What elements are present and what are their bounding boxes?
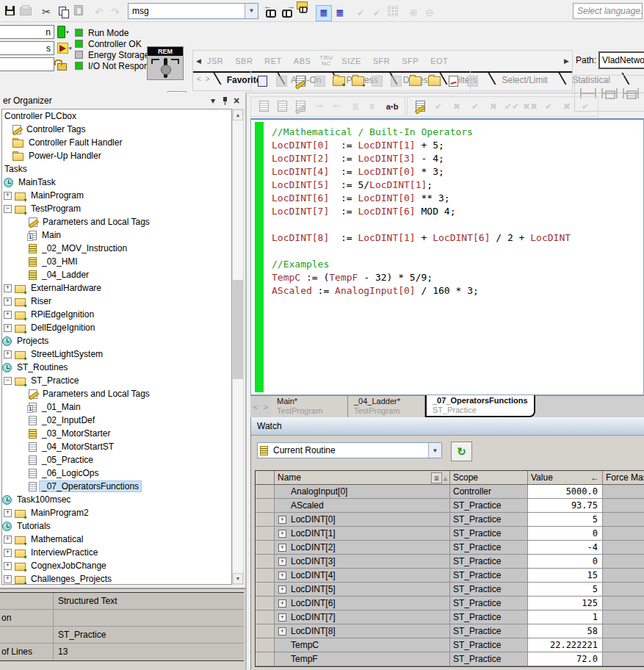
- tree-item-parameters-and-local-tags[interactable]: Parameters and Local Tags: [2, 215, 231, 228]
- search-forward-icon[interactable]: →: [279, 4, 295, 20]
- tag-name-cell[interactable]: +LocDINT[4]: [275, 569, 450, 583]
- tree-item-st-routines[interactable]: ST_Routines: [2, 361, 231, 374]
- tag-name-cell[interactable]: +LocDINT[1]: [275, 527, 450, 541]
- code-line[interactable]: AScaled := AnalogInput[0] / 160 * 3;: [272, 284, 643, 298]
- tree-item-main[interactable]: Main: [2, 228, 231, 242]
- force-mask-cell[interactable]: [603, 541, 644, 555]
- code-line[interactable]: [272, 245, 643, 258]
- mnemonic-ret[interactable]: RET: [264, 57, 282, 65]
- tag-combobox[interactable]: msg ▼: [128, 3, 258, 19]
- force-mask-cell[interactable]: [603, 583, 644, 597]
- tag-name-cell[interactable]: +LocDINT[3]: [275, 555, 450, 569]
- routine-properties-icon[interactable]: [256, 98, 272, 115]
- editor-tab--04-ladder-[interactable]: _04_Ladder*TestProgram: [348, 396, 425, 417]
- finalize-edits-icon[interactable]: ✔: [577, 98, 593, 115]
- tree-item-power-up-handler[interactable]: Power-Up Handler: [2, 149, 231, 162]
- palette-tab-prev-icon[interactable]: <: [195, 73, 203, 83]
- code-area[interactable]: //Mathematical / Built-In OperatorsLocDI…: [272, 126, 643, 298]
- chevron-down-icon[interactable]: ▼: [245, 4, 258, 18]
- print-icon[interactable]: [18, 3, 34, 19]
- tag-name-cell[interactable]: AnalogInput[0]: [275, 485, 450, 499]
- value-cell[interactable]: 72.0: [528, 652, 603, 666]
- tree-item-controller-fault-handler[interactable]: Controller Fault Handler: [2, 136, 231, 149]
- force-mask-cell[interactable]: [603, 555, 644, 569]
- watch-scope-combobox[interactable]: Current Routine ▼: [257, 442, 442, 458]
- code-line[interactable]: [272, 218, 643, 231]
- paste-icon[interactable]: [70, 2, 87, 18]
- tree-item--04-ladder[interactable]: _04_Ladder: [2, 268, 231, 281]
- row-selector[interactable]: [256, 597, 275, 610]
- code-line[interactable]: //Mathematical / Built-In Operators: [272, 126, 643, 139]
- forces-box[interactable]: s: [0, 41, 54, 55]
- controller-mode-box[interactable]: n: [0, 25, 54, 39]
- mnemonic-sbr[interactable]: SBR: [235, 57, 253, 65]
- code-line[interactable]: LocDINT[6] := LocDINT[0] ** 3;: [272, 192, 643, 205]
- row-selector[interactable]: [256, 485, 275, 499]
- organizer-menu-icon[interactable]: ▾: [207, 95, 219, 107]
- code-line[interactable]: TempC := (TempF - 32) * 5/9;: [272, 271, 643, 284]
- code-line[interactable]: LocDINT[0] := LocDINT[1] + 5;: [272, 139, 643, 152]
- force-mask-cell[interactable]: [603, 499, 644, 513]
- pin-icon[interactable]: [219, 95, 231, 107]
- value-cell[interactable]: 58: [528, 624, 603, 638]
- tree-item-testprogram[interactable]: −TestProgram: [2, 202, 231, 215]
- cancel-edits-icon[interactable]: ✖: [485, 98, 502, 115]
- force-mask-cell[interactable]: [603, 513, 644, 527]
- select-language-input[interactable]: Select language...: [573, 3, 643, 19]
- force-mask-cell[interactable]: [603, 638, 644, 652]
- force-mask-cell[interactable]: [603, 527, 644, 541]
- undo-icon[interactable]: ↶: [91, 4, 107, 20]
- value-cell[interactable]: 5000.0: [528, 485, 603, 499]
- expand-icon[interactable]: +: [278, 613, 286, 622]
- tree-item-task100msec[interactable]: Task100msec: [2, 493, 231, 506]
- name-column-header[interactable]: Name ≣▵: [275, 471, 450, 485]
- scope-column-header[interactable]: Scope: [450, 471, 528, 485]
- tag-name-cell[interactable]: +LocDINT[0]: [275, 513, 450, 527]
- tree-item-streetlightsystem[interactable]: +StreetLightSystem: [2, 347, 231, 361]
- tree-item--05-practice[interactable]: _05_Practice: [2, 453, 231, 467]
- expand-icon[interactable]: +: [278, 530, 286, 538]
- tag-name-cell[interactable]: +LocDINT[7]: [275, 610, 450, 624]
- edit-routine-icon[interactable]: [274, 98, 290, 115]
- organizer-scrollbar[interactable]: ▲ ▼: [232, 109, 244, 585]
- expander-icon[interactable]: +: [4, 575, 12, 583]
- close-icon[interactable]: ×: [231, 95, 242, 107]
- search-browse-icon[interactable]: [295, 0, 311, 16]
- tab-scroll-left-icon[interactable]: <: [250, 396, 261, 417]
- value-cell[interactable]: 5: [528, 513, 603, 527]
- force-mask-cell[interactable]: [603, 597, 644, 610]
- tag-name-cell[interactable]: TempF: [275, 652, 450, 666]
- monitor-tags-icon[interactable]: [254, 73, 270, 89]
- row-selector[interactable]: [256, 499, 275, 513]
- expander-icon[interactable]: +: [4, 284, 12, 292]
- tag-name-cell[interactable]: TempC: [275, 638, 450, 652]
- tree-item--02-mov-instruction[interactable]: _02_MOV_Instruction: [2, 242, 231, 255]
- code-line[interactable]: LocDINT[8] := LocDINT[1] + LocDINT[6] / …: [272, 231, 643, 245]
- mnemonic-trunc[interactable]: TRUNC: [319, 55, 333, 67]
- mnemonic-sfp[interactable]: SFP: [402, 57, 419, 65]
- expand-icon[interactable]: +: [278, 516, 286, 524]
- tree-item-tutorials[interactable]: Tutorials: [2, 519, 231, 533]
- region-a-icon[interactable]: [369, 73, 385, 89]
- value-cell[interactable]: 5: [528, 583, 603, 597]
- palette-scroll-left-icon[interactable]: ◀: [196, 57, 201, 65]
- expander-icon[interactable]: +: [4, 549, 12, 557]
- copy-icon[interactable]: [54, 3, 70, 19]
- row-selector[interactable]: [256, 610, 275, 624]
- scrollbar-thumb[interactable]: [233, 280, 243, 379]
- mnemonic-eot[interactable]: EOT: [430, 57, 448, 65]
- value-cell[interactable]: 0: [528, 555, 603, 569]
- row-selector[interactable]: [256, 569, 275, 583]
- tag-name-cell[interactable]: +LocDINT[6]: [275, 597, 450, 610]
- force-mask-column-header[interactable]: Force Mask: [603, 471, 644, 485]
- forces-icon[interactable]: ▾: [57, 41, 73, 55]
- toggle-grid-icon[interactable]: [385, 3, 401, 19]
- tag-name-cell[interactable]: +LocDINT[2]: [275, 541, 450, 555]
- row-selector[interactable]: [256, 638, 275, 652]
- io-folder-icon[interactable]: ⁖: [426, 73, 442, 89]
- tree-item-challenges-projects[interactable]: +Challenges_Projects: [2, 572, 231, 585]
- edits-box[interactable]: [0, 57, 54, 71]
- tree-item-cognexjobchange[interactable]: +CognexJobChange: [2, 559, 231, 572]
- expander-icon[interactable]: +: [4, 192, 12, 200]
- cancel-tested-icon[interactable]: ✖: [559, 98, 575, 115]
